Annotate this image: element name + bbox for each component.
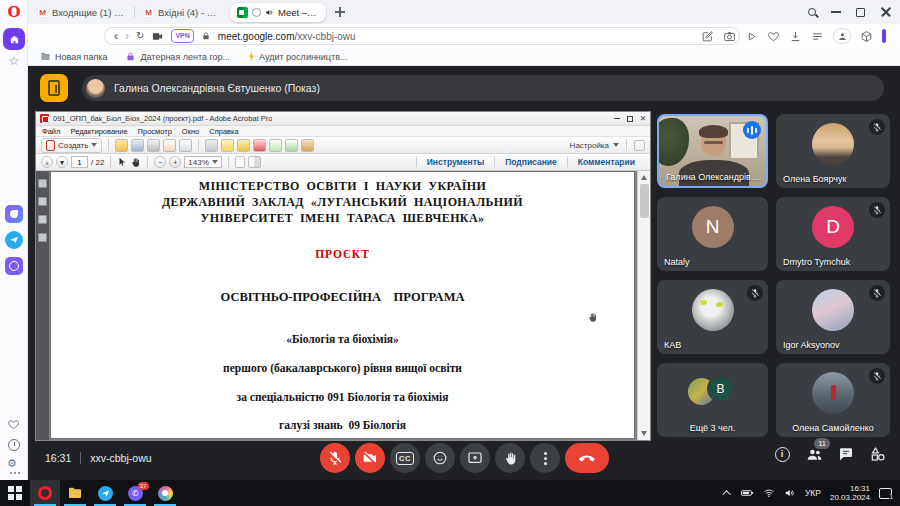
email-icon[interactable] xyxy=(179,139,192,152)
convert-icon[interactable] xyxy=(285,139,298,152)
taskbar-clock[interactable]: 16:31 20.03.2024 xyxy=(830,484,870,502)
notification-center-icon[interactable]: 1 xyxy=(879,488,892,499)
telegram-icon[interactable] xyxy=(5,231,23,249)
tab-tools[interactable]: Инструменты xyxy=(416,157,494,167)
menu-file[interactable]: Файл xyxy=(42,127,60,136)
save-icon[interactable] xyxy=(131,139,144,152)
lock-icon[interactable] xyxy=(201,31,211,41)
reload-icon[interactable]: ↻ xyxy=(136,28,144,44)
mic-mute-button[interactable] xyxy=(320,443,350,473)
create-button[interactable]: Создать xyxy=(41,138,102,153)
bookmarks-panel-icon[interactable] xyxy=(38,197,47,206)
end-call-button[interactable] xyxy=(565,443,609,473)
menu-window[interactable]: Окно xyxy=(182,127,199,136)
acrobat-titlebar[interactable]: 091_ОПП_бак_Біол_Біох_2024 (проєкт).pdf … xyxy=(36,112,650,126)
bookmark-item-2[interactable]: Аудит рослинництв... xyxy=(248,52,347,62)
scroll-down-icon[interactable] xyxy=(641,431,647,436)
share-edit-icon[interactable] xyxy=(701,30,714,43)
tile-presenter[interactable]: Галина Олександрівн... xyxy=(657,114,768,188)
tile-participant[interactable]: КАВ xyxy=(657,280,768,354)
history-clock-icon[interactable] xyxy=(8,439,20,451)
tile-participant[interactable]: Igor Aksyonov xyxy=(776,280,890,354)
print-icon[interactable] xyxy=(147,139,160,152)
scroll-up-icon[interactable] xyxy=(641,175,647,180)
more-options-button[interactable] xyxy=(530,443,560,473)
acrobat-close-icon[interactable]: ✕ xyxy=(640,116,646,122)
tile-participant[interactable]: N Nataly xyxy=(657,197,768,271)
acrobat-maximize-icon[interactable] xyxy=(627,116,633,122)
acrobat-minimize-icon[interactable] xyxy=(614,118,620,120)
start-button[interactable] xyxy=(0,480,30,506)
sidebar-more-icon[interactable] xyxy=(10,472,12,474)
battery-icon[interactable] xyxy=(740,486,754,500)
expand-icon[interactable] xyxy=(634,140,645,151)
tab-meet-active[interactable]: Meet – xxv-cbbj-o xyxy=(230,3,326,22)
language-indicator[interactable]: УКР xyxy=(805,488,821,498)
presentation-app-icon[interactable] xyxy=(40,74,68,102)
bookmark-folder[interactable]: Новая папка xyxy=(40,51,107,62)
tab-sign[interactable]: Подписание xyxy=(494,157,567,167)
taskbar-viber[interactable]: ✆37 xyxy=(120,480,150,506)
edit-page-icon[interactable] xyxy=(163,139,176,152)
scrollbar-thumb[interactable] xyxy=(640,184,649,218)
gear-icon[interactable] xyxy=(205,139,218,152)
page-number-input[interactable] xyxy=(71,156,88,168)
taskbar-paint[interactable] xyxy=(150,480,180,506)
captions-button[interactable]: CC xyxy=(390,443,420,473)
aria-icon[interactable] xyxy=(5,205,23,223)
pinboard-star-icon[interactable]: ☆ xyxy=(7,54,21,68)
signatures-panel-icon[interactable] xyxy=(38,233,47,242)
open-icon[interactable] xyxy=(115,139,128,152)
menu-view[interactable]: Просмотр xyxy=(138,127,172,136)
vpn-badge[interactable]: VPN xyxy=(171,29,193,43)
tile-participant[interactable]: D Dmytro Tymchuk xyxy=(776,197,890,271)
maximize-icon[interactable] xyxy=(856,8,865,17)
volume-icon[interactable] xyxy=(784,487,796,499)
home-button[interactable] xyxy=(3,28,25,50)
flow-play-icon[interactable] xyxy=(745,30,758,43)
snapshot-camera-icon[interactable] xyxy=(723,30,736,43)
sidebar-toggle-icon[interactable] xyxy=(882,29,886,43)
single-page-icon[interactable] xyxy=(235,156,245,168)
thumbnails-panel-icon[interactable] xyxy=(38,179,47,188)
info-button[interactable]: i xyxy=(773,445,791,463)
player-icon[interactable] xyxy=(5,257,23,275)
bookmark-item-1[interactable]: Датерная лента гор... xyxy=(125,51,230,62)
downloads-icon[interactable] xyxy=(789,30,802,43)
opera-logo-icon[interactable]: O xyxy=(6,4,22,20)
extensions-cube-icon[interactable] xyxy=(860,30,873,43)
taskbar-explorer[interactable] xyxy=(60,480,90,506)
presenter-banner[interactable]: Галина Олександрівна Євтушенко (Показ) xyxy=(82,75,884,101)
minimize-icon[interactable] xyxy=(831,11,841,13)
zoom-level-select[interactable]: 143% xyxy=(184,156,221,168)
reactions-button[interactable] xyxy=(425,443,455,473)
taskbar-telegram[interactable] xyxy=(90,480,120,506)
address-field[interactable]: ‹ › ↻ VPN meet.google.com/xxv-cbbj-owu xyxy=(104,27,740,45)
settings-gear-icon[interactable]: ⚙ xyxy=(7,457,17,470)
people-button[interactable]: 11 xyxy=(805,445,823,463)
settings-button[interactable]: Настройка xyxy=(570,141,609,150)
forward-icon[interactable]: › xyxy=(125,28,129,44)
annotate-icon[interactable] xyxy=(237,139,250,152)
wifi-icon[interactable] xyxy=(763,487,775,499)
two-page-icon[interactable] xyxy=(248,156,261,168)
hand-tool-icon[interactable] xyxy=(130,157,141,168)
new-tab-button[interactable] xyxy=(334,6,346,18)
profile-button[interactable] xyxy=(833,28,851,44)
comment-icon[interactable] xyxy=(221,139,234,152)
tab-comments[interactable]: Комментарии xyxy=(567,157,645,167)
tray-expand-icon[interactable] xyxy=(722,490,730,498)
zoom-in-icon[interactable]: + xyxy=(169,156,181,168)
zoom-out-icon[interactable]: − xyxy=(154,156,166,168)
page-down-icon[interactable]: ▼ xyxy=(56,156,68,168)
search-icon[interactable] xyxy=(808,8,816,16)
chat-button[interactable] xyxy=(837,445,855,463)
taskbar-opera[interactable] xyxy=(30,480,60,506)
activities-button[interactable] xyxy=(869,445,887,463)
archive-icon[interactable] xyxy=(301,139,314,152)
export-icon[interactable] xyxy=(269,139,282,152)
tab-gmail-2[interactable]: M Вхідні (4) - ekopasta2020 xyxy=(136,3,228,22)
favorites-heart-icon[interactable] xyxy=(767,30,780,43)
tile-participant[interactable]: Олена Боярчук xyxy=(776,114,890,188)
reading-list-icon[interactable] xyxy=(811,30,824,43)
